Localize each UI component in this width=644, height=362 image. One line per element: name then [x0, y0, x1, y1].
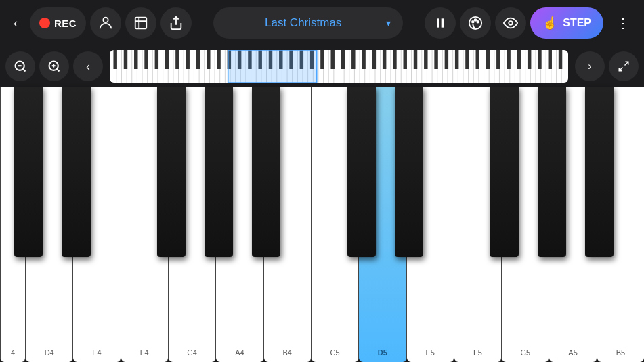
- key-label-g4: G4: [187, 348, 197, 357]
- black-key-fs4[interactable]: [157, 87, 186, 257]
- key-label-c5: C5: [330, 348, 340, 357]
- key-label-g5: G5: [520, 348, 530, 357]
- svg-point-6: [475, 19, 477, 21]
- svg-rect-136: [445, 50, 448, 69]
- mini-left-arrow-button[interactable]: ‹: [73, 51, 103, 81]
- pause-button[interactable]: [425, 7, 456, 39]
- key-label-e5: E5: [425, 348, 434, 357]
- record-button[interactable]: REC: [30, 7, 86, 39]
- black-key-fs5[interactable]: [490, 87, 518, 257]
- svg-rect-3: [442, 18, 444, 27]
- svg-line-15: [57, 69, 60, 72]
- main-piano-area: 4 D4 E4 F4 G4 A4 B4 C5: [0, 87, 644, 362]
- svg-rect-131: [393, 50, 396, 69]
- palette-button[interactable]: [460, 7, 491, 39]
- key-label-b5: B5: [616, 348, 625, 357]
- svg-rect-109: [165, 50, 169, 69]
- svg-line-11: [23, 69, 26, 72]
- svg-rect-112: [196, 50, 200, 69]
- expand-icon: [618, 60, 630, 72]
- key-label-f4: F4: [140, 348, 149, 357]
- eye-icon: [503, 16, 518, 30]
- black-key-bb4[interactable]: [252, 87, 280, 257]
- step-button[interactable]: ☝️ STEP: [530, 7, 603, 39]
- share-icon: [169, 16, 184, 30]
- svg-rect-128: [362, 50, 365, 69]
- rec-indicator: [39, 18, 50, 28]
- song-title: Last Christmas: [226, 16, 381, 30]
- key-label-c4: 4: [11, 348, 15, 357]
- black-key-cs5[interactable]: [347, 87, 376, 257]
- profile-button[interactable]: [90, 7, 121, 39]
- share-button[interactable]: [160, 7, 192, 39]
- step-icon: ☝️: [542, 16, 557, 30]
- svg-rect-139: [476, 50, 479, 69]
- svg-rect-110: [175, 50, 179, 69]
- svg-rect-106: [134, 50, 137, 69]
- svg-rect-130: [383, 50, 386, 69]
- main-toolbar: ‹ REC Last Christmas ▾: [0, 0, 644, 46]
- svg-rect-104: [113, 50, 116, 69]
- svg-rect-145: [538, 50, 541, 69]
- profile-icon: [98, 16, 113, 30]
- svg-rect-111: [186, 50, 189, 69]
- key-label-f5: F5: [473, 348, 482, 357]
- svg-rect-137: [455, 50, 458, 69]
- svg-rect-148: [228, 50, 317, 83]
- key-label-d5: D5: [378, 348, 387, 357]
- svg-rect-2: [437, 18, 439, 27]
- svg-rect-147: [559, 50, 562, 69]
- svg-rect-135: [434, 50, 437, 69]
- song-selector-button[interactable]: Last Christmas ▾: [213, 7, 403, 39]
- svg-rect-124: [320, 50, 324, 69]
- key-label-b4: B4: [282, 348, 291, 357]
- svg-rect-107: [144, 50, 148, 69]
- zoom-in-icon: [47, 60, 61, 73]
- black-key-ab5[interactable]: [538, 87, 566, 257]
- svg-rect-105: [124, 50, 127, 69]
- svg-rect-114: [217, 50, 220, 69]
- black-key-ab4[interactable]: [205, 87, 233, 257]
- black-key-eb4[interactable]: [62, 87, 90, 257]
- mini-piano-display: [110, 50, 568, 83]
- svg-rect-132: [403, 50, 406, 69]
- svg-rect-140: [486, 50, 490, 69]
- svg-rect-129: [372, 50, 376, 69]
- visibility-button[interactable]: [495, 7, 526, 39]
- key-label-e4: E4: [92, 348, 101, 357]
- svg-rect-143: [517, 50, 521, 69]
- mini-right-arrow-button[interactable]: ›: [575, 51, 605, 81]
- zoom-in-button[interactable]: [39, 51, 69, 81]
- black-key-bb5[interactable]: [585, 87, 614, 257]
- zoom-out-button[interactable]: [5, 51, 35, 81]
- svg-rect-125: [330, 50, 334, 69]
- black-key-cs4[interactable]: [14, 87, 43, 257]
- black-key-eb5[interactable]: [395, 87, 423, 257]
- svg-point-0: [104, 18, 108, 22]
- svg-rect-138: [465, 50, 469, 69]
- more-button[interactable]: ⋮: [607, 7, 639, 39]
- key-label-d4: D4: [45, 348, 54, 357]
- svg-rect-126: [341, 50, 345, 69]
- rec-label: REC: [54, 18, 77, 29]
- svg-point-8: [509, 21, 513, 25]
- svg-rect-144: [528, 50, 531, 69]
- back-button[interactable]: ‹: [5, 7, 26, 39]
- svg-rect-108: [155, 50, 158, 69]
- svg-line-149: [625, 62, 628, 65]
- mini-keyboard-row: ‹: [0, 46, 644, 87]
- svg-rect-134: [424, 50, 427, 69]
- svg-rect-141: [496, 50, 500, 69]
- mini-piano-svg: [110, 50, 568, 83]
- palette-icon: [468, 16, 483, 30]
- instrument-icon: [133, 16, 148, 30]
- svg-rect-142: [507, 50, 510, 69]
- svg-rect-133: [414, 50, 417, 69]
- step-label: STEP: [563, 17, 591, 29]
- instrument-button[interactable]: [125, 7, 156, 39]
- svg-rect-127: [351, 50, 355, 69]
- expand-button[interactable]: [609, 51, 639, 81]
- svg-rect-146: [549, 50, 552, 69]
- chevron-down-icon: ▾: [386, 18, 391, 28]
- pause-icon: [433, 16, 447, 30]
